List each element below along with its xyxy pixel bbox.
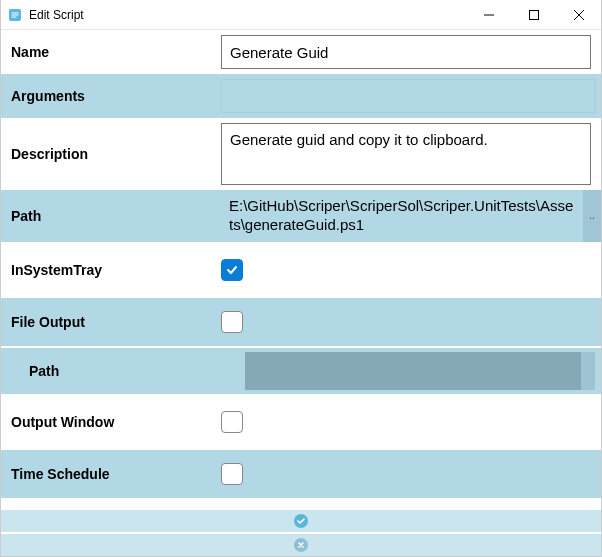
row-insystemtray: InSystemTray — [1, 242, 601, 298]
label-fileoutput-path: Path — [1, 348, 245, 394]
description-input[interactable]: Generate guid and copy it to clipboard. — [221, 123, 591, 185]
insystemtray-checkbox[interactable] — [221, 259, 243, 281]
label-timeschedule: Time Schedule — [1, 450, 221, 498]
path-browse-button[interactable]: .. — [583, 190, 601, 242]
edit-script-window: Edit Script Name Arguments — [0, 0, 602, 557]
close-button[interactable] — [556, 0, 601, 30]
window-controls — [466, 0, 601, 30]
fileoutput-checkbox[interactable] — [221, 311, 243, 333]
cancel-button[interactable] — [1, 532, 601, 556]
row-description: Description Generate guid and copy it to… — [1, 118, 601, 190]
bottom-buttons — [1, 508, 601, 556]
label-arguments: Arguments — [1, 74, 221, 118]
form-content: Name Arguments Description Generate guid… — [1, 30, 601, 556]
row-outputwindow: Output Window — [1, 394, 601, 450]
x-icon — [294, 538, 308, 552]
row-path: Path E:\GitHub\Scriper\ScriperSol\Scripe… — [1, 190, 601, 242]
row-arguments: Arguments — [1, 74, 601, 118]
row-name: Name — [1, 30, 601, 74]
app-icon — [7, 7, 23, 23]
maximize-button[interactable] — [511, 0, 556, 30]
label-fileoutput: File Output — [1, 298, 221, 346]
svg-rect-1 — [529, 10, 538, 19]
label-description: Description — [1, 118, 221, 190]
row-fileoutput: File Output — [1, 298, 601, 346]
window-title: Edit Script — [29, 8, 466, 22]
arguments-input[interactable] — [221, 79, 596, 113]
outputwindow-checkbox[interactable] — [221, 411, 243, 433]
label-path: Path — [1, 190, 221, 242]
minimize-button[interactable] — [466, 0, 511, 30]
name-input[interactable] — [221, 35, 591, 69]
check-icon — [294, 514, 308, 528]
row-timeschedule: Time Schedule — [1, 450, 601, 498]
ok-button[interactable] — [1, 508, 601, 532]
titlebar: Edit Script — [1, 0, 601, 30]
path-input[interactable]: E:\GitHub\Scriper\ScriperSol\Scriper.Uni… — [221, 190, 583, 242]
fileoutput-path-input — [245, 352, 581, 390]
label-name: Name — [1, 30, 221, 74]
timeschedule-checkbox[interactable] — [221, 463, 243, 485]
label-outputwindow: Output Window — [1, 394, 221, 450]
label-insystemtray: InSystemTray — [1, 242, 221, 298]
fileoutput-path-browse-button — [581, 352, 595, 390]
row-fileoutput-path: Path — [1, 346, 601, 394]
